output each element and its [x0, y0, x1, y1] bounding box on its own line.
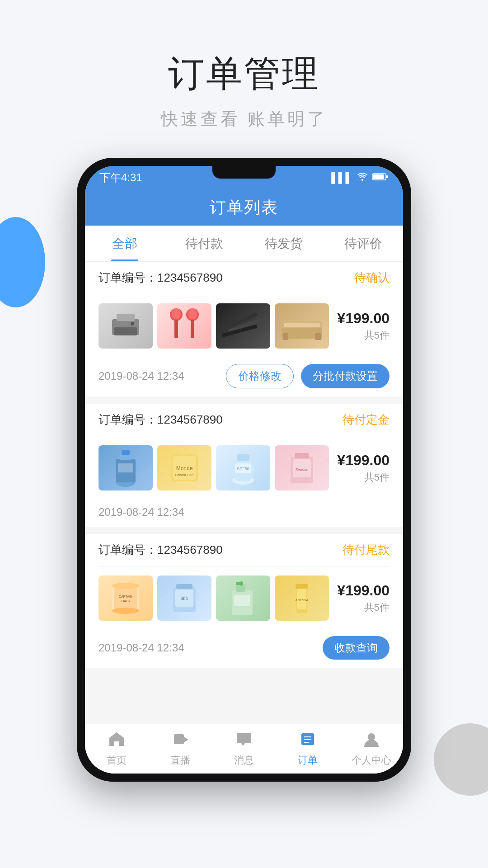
status-time: 下午4:31 — [99, 170, 142, 185]
phone-wrapper: 下午4:31 ▌▌▌ 订单列表 全部 待付款 待发货 — [0, 158, 488, 782]
order-footer-1: 2019-08-24 12:34 价格修改 分批付款设置 — [99, 358, 389, 396]
product-img-green-pump — [216, 576, 270, 621]
product-img-bed — [275, 303, 329, 349]
tabs-bar: 全部 待付款 待发货 待评价 — [85, 226, 403, 262]
nav-live[interactable]: 直播 — [149, 724, 212, 774]
product-price-2: ¥199.00 — [337, 452, 389, 469]
svg-point-64 — [368, 733, 375, 741]
live-icon — [172, 731, 188, 751]
app-header-title: 订单列表 — [210, 197, 278, 219]
tab-pending-payment[interactable]: 待付款 — [164, 226, 244, 261]
svg-rect-4 — [117, 314, 135, 321]
home-icon — [108, 731, 125, 751]
profile-icon — [363, 731, 380, 751]
svg-rect-52 — [236, 582, 243, 585]
svg-rect-9 — [174, 320, 178, 338]
svg-rect-40 — [114, 588, 137, 609]
product-count-3: 共5件 — [337, 601, 389, 614]
product-img-gold: ANESSA — [275, 576, 329, 621]
footer-buttons-1: 价格修改 分批付款设置 — [226, 364, 389, 388]
product-img-snack: Monde Cream Pan — [157, 445, 211, 491]
product-img-bottle — [99, 445, 153, 491]
svg-rect-5 — [114, 327, 137, 335]
price-modify-button[interactable]: 价格修改 — [226, 364, 294, 388]
nav-order[interactable]: 订单 — [276, 724, 339, 774]
order-status-2: 待付定金 — [343, 412, 389, 428]
phone-notch — [212, 166, 276, 179]
installment-button[interactable]: 分批付款设置 — [301, 364, 389, 388]
nav-live-label: 直播 — [170, 754, 190, 767]
product-img-pink: Swisse — [275, 445, 329, 491]
svg-rect-19 — [315, 333, 321, 340]
svg-rect-20 — [284, 323, 320, 327]
battery-icon — [372, 172, 389, 184]
page-subtitle: 快速查看 账单明了 — [0, 108, 488, 131]
svg-rect-2 — [386, 175, 388, 178]
order-number-3: 订单编号：1234567890 — [99, 542, 223, 558]
product-row-2: Monde Cream Pan SPF50 — [99, 436, 389, 500]
svg-text:Cream Pan: Cream Pan — [175, 473, 193, 477]
tab-pending-delivery[interactable]: 待发货 — [244, 226, 324, 261]
order-date-1: 2019-08-24 12:34 — [99, 370, 184, 382]
order-header-2: 订单编号：1234567890 待付定金 — [99, 404, 389, 436]
product-price-3: ¥199.00 — [337, 582, 389, 599]
product-img-pen — [216, 303, 270, 349]
bottom-nav: 首页 直播 消息 订单 — [85, 724, 403, 774]
nav-message-label: 消息 — [234, 754, 254, 767]
status-icons: ▌▌▌ — [331, 172, 389, 184]
svg-point-12 — [188, 308, 197, 319]
order-card-3: 订单编号：1234567890 待付尾款 CAPTAIN OATS — [85, 534, 403, 668]
order-date-3: 2019-08-24 12:34 — [99, 642, 184, 654]
svg-point-6 — [131, 322, 134, 326]
nav-home[interactable]: 首页 — [85, 724, 149, 774]
product-img-decor — [157, 303, 211, 349]
order-header-1: 订单编号：1234567890 待确认 — [99, 262, 389, 294]
nav-home-label: 首页 — [107, 754, 127, 767]
product-price-col-1: ¥199.00 共5件 — [337, 310, 389, 342]
tab-pending-review[interactable]: 待评价 — [324, 226, 403, 261]
svg-rect-58 — [174, 734, 184, 744]
svg-text:SPF50: SPF50 — [237, 467, 249, 471]
signal-icon: ▌▌▌ — [331, 172, 352, 184]
product-img-printer — [99, 303, 153, 349]
svg-point-11 — [172, 308, 181, 319]
svg-rect-1 — [373, 175, 384, 179]
svg-text:Swisse: Swisse — [296, 467, 309, 472]
order-card-2: 订单编号：1234567890 待付定金 — [85, 404, 403, 527]
order-number-2: 订单编号：1234567890 — [99, 412, 223, 428]
footer-buttons-3: 收款查询 — [323, 636, 389, 660]
payment-query-button[interactable]: 收款查询 — [323, 636, 389, 660]
message-icon — [236, 731, 252, 751]
svg-point-44 — [112, 608, 139, 614]
svg-rect-25 — [118, 463, 133, 472]
product-row-1: ¥199.00 共5件 — [99, 294, 389, 358]
product-price-col-3: ¥199.00 共5件 — [337, 582, 389, 614]
nav-profile-label: 个人中心 — [352, 754, 391, 767]
order-header-3: 订单编号：1234567890 待付尾款 — [99, 534, 389, 566]
order-content-area: 订单编号：1234567890 待确认 — [85, 262, 403, 724]
svg-text:ANESSA: ANESSA — [296, 599, 309, 602]
product-row-3: CAPTAIN OATS 清洁 — [99, 566, 389, 630]
order-number-1: 订单编号：1234567890 — [99, 270, 223, 286]
svg-rect-24 — [122, 450, 130, 455]
svg-text:CAPTAIN: CAPTAIN — [119, 595, 132, 598]
svg-rect-47 — [176, 584, 192, 589]
svg-text:OATS: OATS — [122, 599, 130, 603]
order-footer-2: 2019-08-24 12:34 — [99, 500, 389, 527]
nav-profile[interactable]: 个人中心 — [339, 724, 403, 774]
product-img-cream: SPF50 — [216, 445, 270, 491]
svg-rect-18 — [283, 333, 288, 340]
product-count-1: 共5件 — [337, 329, 389, 342]
product-count-2: 共5件 — [337, 471, 389, 484]
nav-message[interactable]: 消息 — [212, 724, 276, 774]
tab-all[interactable]: 全部 — [85, 226, 164, 261]
product-img-can: CAPTAIN OATS — [99, 576, 153, 621]
order-card-1: 订单编号：1234567890 待确认 — [85, 262, 403, 396]
product-price-col-2: ¥199.00 共5件 — [337, 452, 389, 484]
svg-rect-37 — [295, 453, 309, 458]
phone-frame: 下午4:31 ▌▌▌ 订单列表 全部 待付款 待发货 — [77, 158, 411, 782]
order-icon — [300, 731, 316, 751]
order-footer-3: 2019-08-24 12:34 收款查询 — [99, 630, 389, 668]
page-header: 订单管理 快速查看 账单明了 — [0, 0, 488, 158]
svg-rect-10 — [191, 320, 194, 338]
